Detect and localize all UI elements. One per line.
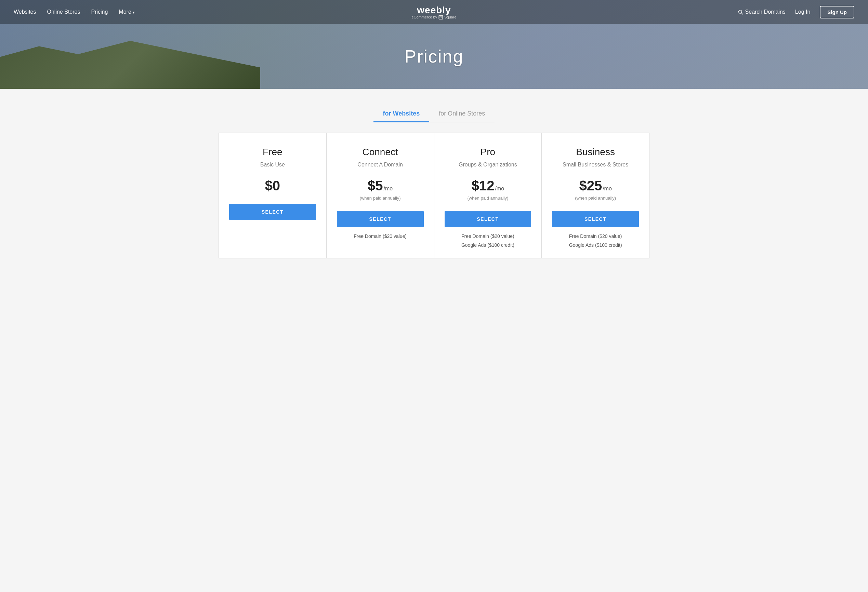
plan-business-price-block: $25 /mo (when paid annually) — [575, 178, 616, 201]
chevron-down-icon: ▾ — [133, 10, 135, 14]
tab-for-online-stores[interactable]: for Online Stores — [429, 106, 495, 122]
plan-connect-select-button[interactable]: SELECT — [337, 211, 424, 227]
plan-connect-price-annual: (when paid annually) — [360, 196, 401, 201]
plan-pro-desc: Groups & Organizations — [459, 162, 517, 168]
plan-pro-feature-1: Google Ads ($100 credit) — [444, 242, 531, 248]
plan-pro-features: Free Domain ($20 value) Google Ads ($100… — [444, 233, 531, 248]
tabs-section: for Websites for Online Stores — [0, 89, 868, 133]
nav-left: Websites Online Stores Pricing More ▾ — [14, 9, 135, 15]
plan-business-feature-1: Google Ads ($100 credit) — [552, 242, 639, 248]
plan-connect-features: Free Domain ($20 value) — [337, 233, 424, 239]
plan-free-desc: Basic Use — [260, 162, 285, 168]
plan-connect-feature-0: Free Domain ($20 value) — [337, 233, 424, 239]
plan-connect-price-value: $5 — [368, 178, 383, 193]
hero-title: Pricing — [404, 46, 464, 67]
plan-pro-price-value: $12 — [472, 178, 495, 193]
search-domains-link[interactable]: Search Domains — [738, 9, 785, 15]
plan-business: Business Small Businesses & Stores $25 /… — [542, 133, 649, 258]
plan-business-feature-0: Free Domain ($20 value) — [552, 233, 639, 239]
plan-pro-name: Pro — [481, 147, 496, 158]
search-domains-label: Search Domains — [745, 9, 785, 15]
logo-text: weebly — [412, 5, 456, 16]
plan-connect: Connect Connect A Domain $5 /mo (when pa… — [326, 133, 434, 258]
nav-login-link[interactable]: Log In — [795, 9, 810, 15]
plan-pro-feature-0: Free Domain ($20 value) — [444, 233, 531, 239]
nav-link-more[interactable]: More ▾ — [119, 9, 135, 15]
plan-business-desc: Small Businesses & Stores — [562, 162, 628, 168]
plan-business-price-value: $25 — [579, 178, 602, 193]
plan-pro-price-block: $12 /mo (when paid annually) — [467, 178, 508, 201]
logo-subtitle: eCommerce by ⊡ Square — [412, 15, 456, 19]
plan-pro-price-annual: (when paid annually) — [467, 196, 508, 201]
plan-connect-name: Connect — [362, 147, 398, 158]
nav-more-label: More — [119, 9, 131, 15]
plan-business-price-annual: (when paid annually) — [575, 196, 616, 201]
plan-business-features: Free Domain ($20 value) Google Ads ($100… — [552, 233, 639, 248]
plan-pro-price-mo: /mo — [495, 186, 504, 192]
logo[interactable]: weebly eCommerce by ⊡ Square — [412, 5, 456, 19]
navigation: Websites Online Stores Pricing More ▾ we… — [0, 0, 868, 24]
plan-free-price: $0 — [265, 178, 280, 193]
plan-connect-price-mo: /mo — [384, 186, 393, 192]
plan-pro-select-button[interactable]: SELECT — [444, 211, 531, 227]
plan-connect-price: $5 /mo — [368, 178, 393, 193]
plan-pro-price: $12 /mo — [472, 178, 504, 193]
plan-connect-price-block: $5 /mo (when paid annually) — [360, 178, 401, 201]
nav-link-online-stores[interactable]: Online Stores — [47, 9, 80, 15]
plan-free-select-button[interactable]: SELECT — [229, 204, 316, 220]
nav-right: Search Domains Log In Sign Up — [738, 6, 854, 18]
plan-free-price-block: $0 — [265, 178, 280, 193]
plan-free: Free Basic Use $0 SELECT — [219, 133, 326, 258]
nav-link-websites[interactable]: Websites — [14, 9, 36, 15]
search-icon — [738, 9, 743, 15]
square-logo-icon: ⊡ — [438, 15, 443, 19]
svg-line-1 — [741, 13, 743, 14]
pricing-section: Free Basic Use $0 SELECT Connect Connect… — [0, 133, 868, 279]
plan-business-select-button[interactable]: SELECT — [552, 211, 639, 227]
plan-business-price: $25 /mo — [579, 178, 611, 193]
pricing-grid: Free Basic Use $0 SELECT Connect Connect… — [218, 133, 650, 258]
plan-connect-desc: Connect A Domain — [357, 162, 403, 168]
plan-pro: Pro Groups & Organizations $12 /mo (when… — [434, 133, 542, 258]
plan-business-price-mo: /mo — [602, 186, 612, 192]
signup-button[interactable]: Sign Up — [820, 6, 854, 18]
plan-free-name: Free — [263, 147, 282, 158]
plan-business-name: Business — [576, 147, 615, 158]
tab-for-websites[interactable]: for Websites — [373, 106, 430, 122]
pricing-tabs: for Websites for Online Stores — [373, 106, 495, 122]
nav-link-pricing[interactable]: Pricing — [91, 9, 108, 15]
plan-free-price-value: $0 — [265, 178, 280, 193]
